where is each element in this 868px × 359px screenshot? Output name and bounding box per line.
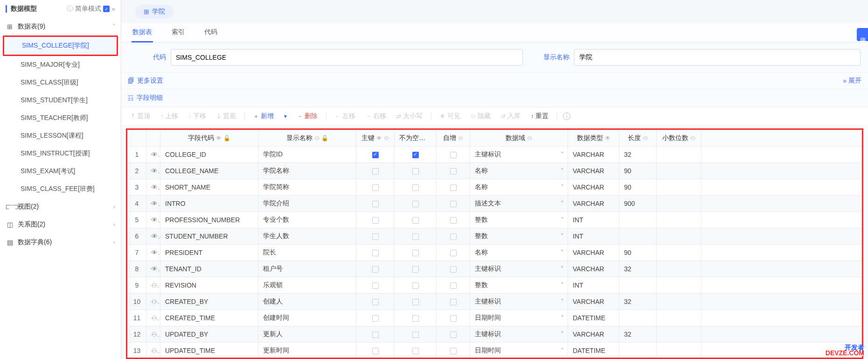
col-scale[interactable]: 小数位数⦵ [657, 130, 701, 147]
cell-autoinc[interactable] [437, 179, 470, 196]
cell-domain[interactable]: 日期时间˅ [470, 343, 568, 359]
move-right-button[interactable]: →右移 [361, 110, 391, 122]
visible-button[interactable]: 👁可见 [435, 110, 465, 122]
table-row[interactable]: 5👁PROFESSION_NUMBER专业个数整数˅INT [128, 212, 862, 228]
cell-domain[interactable]: 名称˅ [470, 245, 568, 261]
cell-autoinc[interactable] [437, 261, 470, 277]
simple-mode-checkbox[interactable]: ✓ [103, 6, 110, 12]
cell-domain[interactable]: 主键标识˅ [470, 261, 568, 277]
hide-button[interactable]: ⦵隐藏 [466, 110, 495, 122]
sidebar-section-tables[interactable]: ⊞ 数据表(9) ˅ [0, 18, 121, 35]
row-visibility-toggle[interactable]: 👁 [146, 245, 160, 261]
cell-len[interactable]: 32 [619, 294, 657, 310]
cell-autoinc[interactable] [437, 294, 470, 310]
row-visibility-toggle[interactable]: ⦵ [146, 310, 160, 326]
cell-domain[interactable]: 描述文本˅ [470, 196, 568, 212]
move-up-button[interactable]: ↑上移 [156, 110, 183, 122]
cell-len[interactable] [619, 228, 657, 245]
cell-name[interactable]: 专业个数 [258, 212, 356, 228]
cell-pk[interactable] [356, 179, 395, 196]
row-visibility-toggle[interactable]: 👁 [146, 261, 160, 277]
col-dtype[interactable]: 数据类型👁 [568, 130, 619, 147]
row-visibility-toggle[interactable]: ⦵ [146, 294, 160, 310]
cell-dtype[interactable]: INT [568, 212, 619, 228]
row-visibility-toggle[interactable]: 👁 [146, 196, 160, 212]
row-visibility-toggle[interactable]: ⦵ [146, 326, 160, 343]
cell-name[interactable]: 学生人数 [258, 228, 356, 245]
col-len[interactable]: 长度⦵ [619, 130, 657, 147]
cell-domain[interactable]: 主键标识˅ [470, 294, 568, 310]
cell-scale[interactable] [657, 245, 701, 261]
row-visibility-toggle[interactable]: ⦵ [146, 277, 160, 294]
cell-name[interactable]: 学院介绍 [258, 196, 356, 212]
cell-dtype[interactable]: VARCHAR [568, 261, 619, 277]
cell-name[interactable]: 更新时间 [258, 343, 356, 359]
cell-pk[interactable] [356, 261, 395, 277]
move-down-button[interactable]: ↓下移 [184, 110, 211, 122]
cell-len[interactable]: 32 [619, 261, 657, 277]
cell-scale[interactable] [657, 196, 701, 212]
delete-button[interactable]: －删除 [292, 110, 322, 122]
col-pk[interactable]: 主键👁⦵ [356, 130, 395, 147]
row-visibility-toggle[interactable]: 👁 [146, 179, 160, 196]
type-tab[interactable]: 代码 [201, 23, 221, 42]
table-row[interactable]: 1👁COLLEGE_ID学院ID主键标识˅VARCHAR32 [128, 147, 862, 163]
cell-pk[interactable] [356, 326, 395, 343]
cell-name[interactable]: 院长 [258, 245, 356, 261]
table-row[interactable]: 7👁PRESIDENT院长名称˅VARCHAR90 [128, 245, 862, 261]
col-ai[interactable]: 自增⦵ [437, 130, 470, 147]
add-dropdown[interactable]: ▾ [279, 111, 292, 121]
cell-notnull[interactable] [395, 212, 437, 228]
reset-button[interactable]: ↕重置 [526, 110, 553, 122]
cell-scale[interactable] [657, 294, 701, 310]
cell-name[interactable]: 创建人 [258, 294, 356, 310]
cell-domain[interactable]: 整数˅ [470, 212, 568, 228]
cell-notnull[interactable] [395, 196, 437, 212]
cell-autoinc[interactable] [437, 310, 470, 326]
cell-autoinc[interactable] [437, 343, 470, 359]
sidebar-item-table[interactable]: SIMS_LESSON[课程] [0, 127, 121, 145]
cell-code[interactable]: COLLEGE_NAME [160, 163, 258, 179]
cell-len[interactable]: 32 [619, 147, 657, 163]
col-domain[interactable]: 数据域⦵ [470, 130, 568, 147]
cell-scale[interactable] [657, 163, 701, 179]
cell-scale[interactable] [657, 147, 701, 163]
col-nn[interactable]: 不为空⦵🔓 [395, 130, 437, 147]
sidebar-item-table[interactable]: SIMS_MAJOR[专业] [0, 56, 121, 74]
cell-notnull[interactable] [395, 343, 437, 359]
move-left-button[interactable]: ←左移 [330, 110, 360, 122]
table-row[interactable]: 6👁STUDENT_NUMBER学生人数整数˅INT [128, 228, 862, 245]
col-code[interactable]: 字段代码👁🔓 [160, 130, 258, 147]
cell-dtype[interactable]: INT [568, 228, 619, 245]
cell-notnull[interactable] [395, 245, 437, 261]
row-visibility-toggle[interactable]: 👁 [146, 228, 160, 245]
cell-pk[interactable] [356, 228, 395, 245]
cell-dtype[interactable]: VARCHAR [568, 245, 619, 261]
case-button[interactable]: ⇄大小写 [392, 110, 427, 122]
cell-len[interactable] [619, 212, 657, 228]
help-icon[interactable]: ⓘ [67, 5, 73, 13]
cell-domain[interactable]: 名称˅ [470, 163, 568, 179]
cell-name[interactable]: 乐观锁 [258, 277, 356, 294]
cell-name[interactable]: 学院名称 [258, 163, 356, 179]
cell-scale[interactable] [657, 310, 701, 326]
cell-pk[interactable] [356, 212, 395, 228]
cell-autoinc[interactable] [437, 147, 470, 163]
move-top-button[interactable]: ⤒置顶 [126, 110, 155, 122]
cell-scale[interactable] [657, 277, 701, 294]
cell-autoinc[interactable] [437, 245, 470, 261]
cell-pk[interactable] [356, 163, 395, 179]
field-library-tab[interactable]: 字段库 [857, 28, 868, 41]
sidebar-item-table[interactable]: SIMS_INSTRUCT[授课] [0, 145, 121, 162]
sidebar-section-diagram[interactable]: ◫ 关系图(2) ‹ [0, 216, 121, 233]
cell-dtype[interactable]: VARCHAR [568, 163, 619, 179]
entity-breadcrumb[interactable]: ⊞ 学院 [135, 5, 174, 19]
more-settings-bar[interactable]: 🗐 更多设置 » 展开 [121, 72, 868, 89]
cell-scale[interactable] [657, 228, 701, 245]
cell-scale[interactable] [657, 343, 701, 359]
cell-name[interactable]: 租户号 [258, 261, 356, 277]
cell-scale[interactable] [657, 326, 701, 343]
cell-len[interactable] [619, 277, 657, 294]
cell-len[interactable] [619, 343, 657, 359]
cell-scale[interactable] [657, 261, 701, 277]
